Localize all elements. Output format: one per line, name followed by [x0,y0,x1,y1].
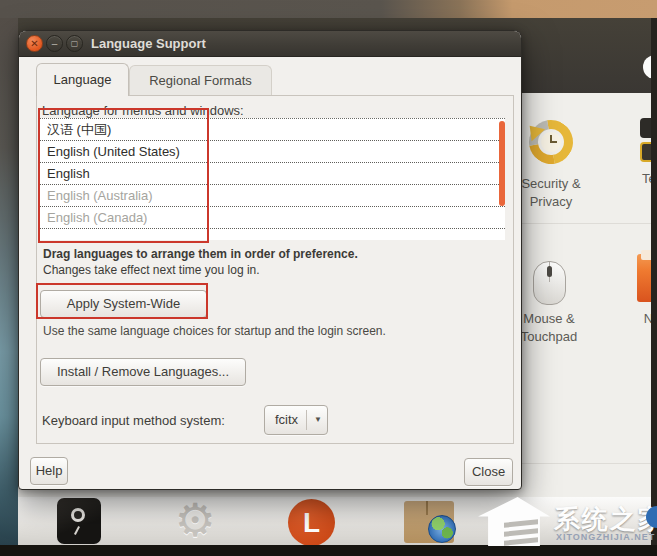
network-icon[interactable] [637,254,651,302]
security-privacy-icon[interactable] [527,118,575,168]
tab-language[interactable]: Language [36,63,129,96]
annotation-box-language-list [38,108,209,243]
dropdown-value: fcitx [275,412,298,427]
text-entry-icon[interactable] [638,116,651,166]
security-clock [541,132,561,152]
watermark-site-url: XITONGZHIJIA.NET [556,532,655,542]
close-window-icon[interactable]: ✕ [26,35,43,52]
software-box-icon[interactable] [404,501,454,543]
globe-icon [428,515,456,543]
help-button[interactable]: Help [30,457,68,485]
close-button[interactable]: Close [464,458,513,486]
maximize-window-icon[interactable]: ▢ [66,35,83,52]
backup-safe-icon[interactable] [57,498,101,544]
drag-hint-bold: Drag languages to arrange them in order … [43,247,358,261]
mouse-touchpad-icon[interactable] [533,261,566,305]
watermark-house-icon [478,497,550,546]
settings-item-network[interactable]: Ne [622,310,651,328]
list-scrollbar[interactable] [499,121,505,206]
tab-regional-formats[interactable]: Regional Formats [129,65,272,95]
landscape-icon[interactable]: L [288,499,335,545]
screen-right-edge [651,18,657,545]
annotation-box-apply-button [36,283,208,319]
keyboard-input-method-dropdown[interactable]: fcitx ▼ [264,405,328,435]
dialog-titlebar[interactable]: ✕ – ▢ Language Support [19,31,521,57]
settings-item-text-entry[interactable]: Tex [622,170,651,188]
keyboard-input-method-label: Keyboard input method system: [42,413,225,428]
language-support-dialog: ✕ – ▢ Language Support Language Regional… [18,30,522,490]
dialog-title: Language Support [91,36,206,51]
minimize-window-icon[interactable]: – [46,35,63,52]
gear-icon[interactable]: ⚙ [172,496,218,544]
chevron-down-icon: ▼ [314,406,322,434]
install-remove-languages-button[interactable]: Install / Remove Languages... [40,358,246,386]
wallpaper-left-strip [0,18,18,556]
watermark: 系统之家 XITONGZHIJIA.NET [470,494,657,549]
drag-hint: Changes take effect next time you log in… [43,263,260,277]
desktop-screen: Security & Privacy Tex Mouse & Touchpad … [0,0,657,556]
apply-hint: Use the same language choices for startu… [43,324,386,338]
wallpaper-top-strip [0,0,657,18]
